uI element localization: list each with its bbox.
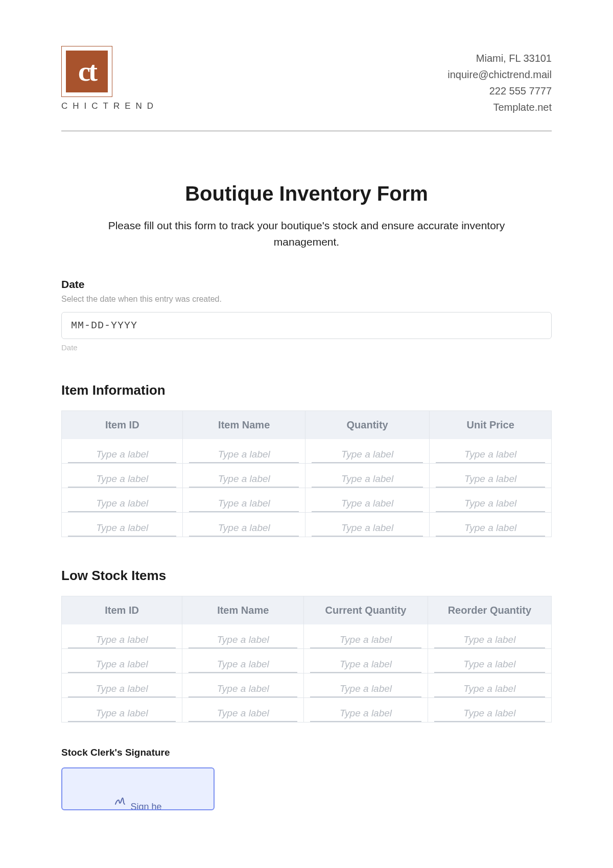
table-cell xyxy=(429,439,552,464)
signature-icon xyxy=(114,795,126,807)
table-row xyxy=(61,698,552,722)
contact-address: Miami, FL 33101 xyxy=(447,50,552,66)
table-cell xyxy=(61,464,182,488)
low-stock-cell-input[interactable] xyxy=(310,631,421,648)
item-info-cell-input[interactable] xyxy=(189,519,298,537)
item-info-col-2: Quantity xyxy=(305,411,429,439)
item-info-cell-input[interactable] xyxy=(68,495,176,512)
low-stock-col-2: Current Quantity xyxy=(303,596,427,624)
table-cell xyxy=(428,624,552,649)
low-stock-col-1: Item Name xyxy=(182,596,303,624)
table-row xyxy=(61,624,552,649)
low-stock-cell-input[interactable] xyxy=(434,705,545,722)
low-stock-cell-input[interactable] xyxy=(434,656,545,673)
table-row xyxy=(61,439,552,464)
contact-site: Template.net xyxy=(447,99,552,115)
table-cell xyxy=(305,464,429,488)
low-stock-heading: Low Stock Items xyxy=(61,568,552,584)
table-cell xyxy=(428,698,552,722)
item-info-col-3: Unit Price xyxy=(429,411,552,439)
logo-glyph: ct xyxy=(66,51,108,92)
item-info-cell-input[interactable] xyxy=(436,446,545,463)
table-cell xyxy=(61,649,182,673)
table-row xyxy=(61,649,552,673)
item-info-col-1: Item Name xyxy=(182,411,304,439)
low-stock-cell-input[interactable] xyxy=(188,705,297,722)
table-cell xyxy=(182,698,303,722)
table-cell xyxy=(182,439,304,464)
date-field-group: Date Select the date when this entry was… xyxy=(61,278,552,352)
signature-button-text: Sign he xyxy=(130,802,161,810)
contact-block: Miami, FL 33101 inquire@chictrend.mail 2… xyxy=(447,46,552,115)
item-info-cell-input[interactable] xyxy=(312,519,423,537)
low-stock-cell-input[interactable] xyxy=(188,680,297,697)
date-input[interactable] xyxy=(61,312,552,339)
item-info-cell-input[interactable] xyxy=(312,446,423,463)
low-stock-cell-input[interactable] xyxy=(68,680,176,697)
item-info-heading: Item Information xyxy=(61,382,552,398)
page-title: Boutique Inventory Form xyxy=(61,182,552,205)
table-cell xyxy=(305,513,429,537)
item-info-col-0: Item ID xyxy=(61,411,182,439)
table-cell xyxy=(61,513,182,537)
item-info-cell-input[interactable] xyxy=(189,470,298,488)
signature-box[interactable]: Sign he xyxy=(61,767,215,810)
table-cell xyxy=(61,439,182,464)
low-stock-cell-input[interactable] xyxy=(68,656,176,673)
low-stock-cell-input[interactable] xyxy=(310,680,421,697)
page-description: Please fill out this form to track your … xyxy=(97,218,516,250)
table-cell xyxy=(182,464,304,488)
low-stock-cell-input[interactable] xyxy=(68,631,176,648)
table-cell xyxy=(429,488,552,513)
table-row xyxy=(61,673,552,698)
low-stock-cell-input[interactable] xyxy=(188,656,297,673)
item-info-cell-input[interactable] xyxy=(68,519,176,537)
item-info-cell-input[interactable] xyxy=(312,470,423,488)
table-row xyxy=(61,488,552,513)
table-row xyxy=(61,513,552,537)
date-caption: Date xyxy=(61,343,552,352)
low-stock-col-0: Item ID xyxy=(61,596,182,624)
item-info-table: Item ID Item Name Quantity Unit Price xyxy=(61,411,552,537)
table-cell xyxy=(182,649,303,673)
logo-block: ct CHICTREND xyxy=(61,46,158,111)
item-info-cell-input[interactable] xyxy=(189,495,298,512)
low-stock-cell-input[interactable] xyxy=(68,705,176,722)
signature-label: Stock Clerk's Signature xyxy=(61,747,552,758)
table-cell xyxy=(61,488,182,513)
low-stock-cell-input[interactable] xyxy=(310,705,421,722)
item-info-cell-input[interactable] xyxy=(68,470,176,488)
item-info-cell-input[interactable] xyxy=(189,446,298,463)
low-stock-cell-input[interactable] xyxy=(434,680,545,697)
logo-mark: ct xyxy=(61,46,112,97)
table-cell xyxy=(428,673,552,698)
date-help: Select the date when this entry was crea… xyxy=(61,295,552,304)
low-stock-cell-input[interactable] xyxy=(310,656,421,673)
low-stock-cell-input[interactable] xyxy=(188,631,297,648)
table-cell xyxy=(303,624,427,649)
brand-name: CHICTREND xyxy=(61,101,158,111)
table-cell xyxy=(182,673,303,698)
contact-email: inquire@chictrend.mail xyxy=(447,66,552,83)
item-info-cell-input[interactable] xyxy=(436,495,545,512)
table-cell xyxy=(303,698,427,722)
table-cell xyxy=(182,488,304,513)
low-stock-cell-input[interactable] xyxy=(434,631,545,648)
item-info-cell-input[interactable] xyxy=(312,495,423,512)
item-info-cell-input[interactable] xyxy=(436,470,545,488)
header: ct CHICTREND Miami, FL 33101 inquire@chi… xyxy=(61,46,552,131)
item-info-cell-input[interactable] xyxy=(68,446,176,463)
table-cell xyxy=(182,624,303,649)
item-info-cell-input[interactable] xyxy=(436,519,545,537)
table-cell xyxy=(305,488,429,513)
table-cell xyxy=(305,439,429,464)
date-label: Date xyxy=(61,278,552,291)
table-cell xyxy=(303,673,427,698)
table-cell xyxy=(429,513,552,537)
low-stock-col-3: Reorder Quantity xyxy=(428,596,552,624)
table-cell xyxy=(303,649,427,673)
table-cell xyxy=(61,673,182,698)
table-row xyxy=(61,464,552,488)
contact-phone: 222 555 7777 xyxy=(447,83,552,99)
table-cell xyxy=(428,649,552,673)
